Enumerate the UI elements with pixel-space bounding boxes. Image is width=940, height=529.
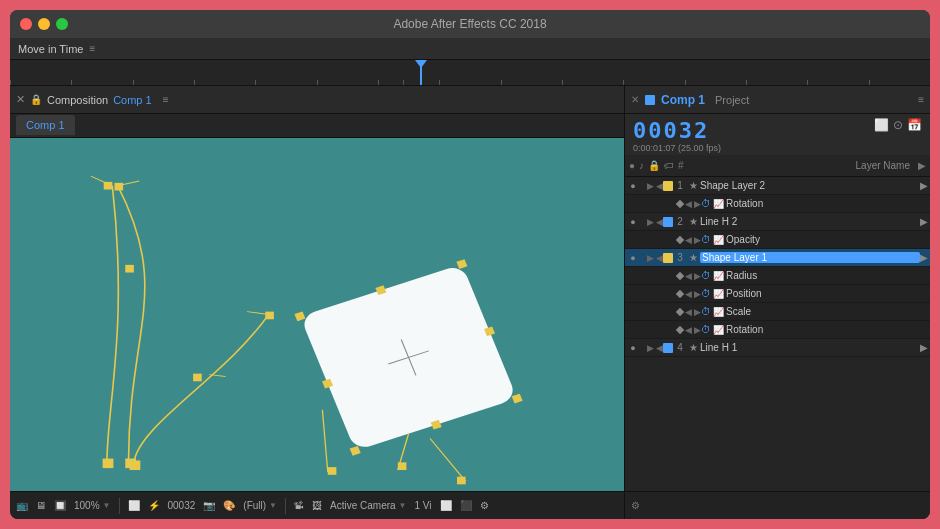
layer-row[interactable]: ● ▶ ◀ 4 ★ Line H 1 ▶ xyxy=(625,339,930,357)
svg-rect-22 xyxy=(328,467,337,475)
layer-row[interactable]: ● ▶ ◀ 1 ★ Shape Layer 2 ▶ xyxy=(625,177,930,195)
tab-project[interactable]: Project xyxy=(715,94,749,106)
chevron-icon[interactable]: ▶ xyxy=(647,217,654,227)
eye-icon[interactable]: ● xyxy=(627,342,639,354)
layer-row[interactable]: ◀ ▶ ⏱ 📈 Radius xyxy=(625,267,930,285)
bottom-icon-4: ⬛ xyxy=(460,500,472,511)
keyframe-diamond xyxy=(676,289,684,297)
layer-property-name: Opacity xyxy=(726,234,928,245)
timeline-menu-icon[interactable]: ≡ xyxy=(89,43,95,54)
layer-icons: ● ▶ ◀ xyxy=(627,180,663,192)
ctrl-audio: ♪ xyxy=(639,160,644,171)
layer-keyframe-group: ◀ ▶ xyxy=(645,271,701,281)
timecode-value[interactable]: 00032 xyxy=(633,118,874,143)
timeline-label-bar: Move in Time ≡ xyxy=(10,38,930,60)
chevron-left: ◀ xyxy=(685,235,692,245)
layer-right-icon: ▶ xyxy=(920,342,928,353)
layers-close[interactable]: ✕ xyxy=(631,94,639,105)
layer-name[interactable]: Shape Layer 2 xyxy=(700,180,920,191)
tab-comp1[interactable]: Comp 1 xyxy=(661,93,705,107)
layer-name[interactable]: Shape Layer 1 xyxy=(700,252,920,263)
minimize-button[interactable] xyxy=(38,18,50,30)
canvas-svg xyxy=(10,138,624,491)
layer-property-name: Rotation xyxy=(726,198,928,209)
canvas-area[interactable] xyxy=(10,138,624,491)
layer-row[interactable]: ◀ ▶ ⏱ 📈 Rotation xyxy=(625,195,930,213)
camera-control[interactable]: Active Camera ▼ xyxy=(330,500,407,511)
view-icon-2: 🖼 xyxy=(312,500,322,511)
col-right-icon: ▶ xyxy=(918,160,926,171)
ctrl-tag: 🏷 xyxy=(664,160,674,171)
layer-right-icon: ▶ xyxy=(920,180,928,191)
layer-icons: ● ▶ ◀ xyxy=(627,342,663,354)
layers-list[interactable]: ● ▶ ◀ 1 ★ Shape Layer 2 ▶ ◀ ▶ ⏱ 📈 Rotati… xyxy=(625,177,930,491)
layer-row[interactable]: ◀ ▶ ⏱ 📈 Rotation xyxy=(625,321,930,339)
comp-menu-icon[interactable]: ≡ xyxy=(163,94,169,105)
bottom-bar: 📺 🖥 🔲 100% ▼ ⬜ ⚡ 00032 📷 🎨 (Full) ▼ � xyxy=(10,491,624,519)
chevron-left: ◀ xyxy=(685,325,692,335)
divider-1 xyxy=(119,498,120,514)
layer-number: 2 xyxy=(673,216,687,227)
maximize-button[interactable] xyxy=(56,18,68,30)
layer-icons: ● ▶ ◀ xyxy=(627,252,663,264)
star-icon: ★ xyxy=(689,342,698,353)
chevron-left: ◀ xyxy=(685,271,692,281)
viewer-icon-5: ⚡ xyxy=(148,500,160,511)
chevron-icon[interactable]: ▶ xyxy=(647,181,654,191)
svg-rect-2 xyxy=(114,183,123,191)
viewer-icon-1: 📺 xyxy=(16,500,28,511)
chevron-icon2[interactable]: ◀ xyxy=(656,181,663,191)
chevron-right: ▶ xyxy=(694,235,701,245)
chevron-icon2[interactable]: ◀ xyxy=(656,343,663,353)
zoom-control[interactable]: 100% ▼ xyxy=(74,500,111,511)
layers-menu-icon[interactable]: ≡ xyxy=(918,94,924,105)
comp-settings-icon[interactable]: ⬜ xyxy=(874,118,889,132)
ctrl-eye: ● xyxy=(629,160,635,171)
svg-rect-3 xyxy=(125,265,134,273)
keyframe-diamond xyxy=(676,325,684,333)
timeline-ruler[interactable]: Move in Time ≡ 0510152025303235404550556… xyxy=(10,38,930,86)
ruler[interactable]: 051015202530323540455055606570 xyxy=(10,60,930,86)
layer-row[interactable]: ◀ ▶ ⏱ 📈 Opacity xyxy=(625,231,930,249)
layer-right-icon: ▶ xyxy=(920,216,928,227)
quality-control[interactable]: (Full) ▼ xyxy=(243,500,277,511)
panel-close[interactable]: ✕ xyxy=(16,93,25,106)
layer-row[interactable]: ● ▶ ◀ 3 ★ Shape Layer 1 ▶ xyxy=(625,249,930,267)
view-icon: 📽 xyxy=(294,500,304,511)
viewer-icon-4: ⬜ xyxy=(128,500,140,511)
quality-value: (Full) xyxy=(243,500,266,511)
svg-line-25 xyxy=(322,410,327,472)
chevron-left: ◀ xyxy=(685,289,692,299)
svg-rect-14 xyxy=(350,446,361,456)
keyframe-diamond xyxy=(676,307,684,315)
bottom-icon-5: ⚙ xyxy=(480,500,489,511)
comp-tab[interactable]: Comp 1 xyxy=(16,115,75,137)
layer-row[interactable]: ◀ ▶ ⏱ 📈 Scale xyxy=(625,303,930,321)
chevron-right: ▶ xyxy=(694,271,701,281)
layer-col-header: Layer Name xyxy=(688,160,914,171)
layer-keyframe-group: ◀ ▶ xyxy=(645,235,701,245)
layer-property-name: Position xyxy=(726,288,928,299)
active-camera-label: Active Camera xyxy=(330,500,396,511)
timecode-sub: 0:00:01:07 (25.00 fps) xyxy=(633,143,874,153)
layer-row[interactable]: ● ▶ ◀ 2 ★ Line H 2 ▶ xyxy=(625,213,930,231)
chevron-icon2[interactable]: ◀ xyxy=(656,217,663,227)
layer-keyframe-group: ◀ ▶ xyxy=(645,325,701,335)
layer-name[interactable]: Line H 2 xyxy=(700,216,920,227)
layer-row[interactable]: ◀ ▶ ⏱ 📈 Position xyxy=(625,285,930,303)
chart-icon: 📈 xyxy=(713,307,724,317)
chevron-icon[interactable]: ▶ xyxy=(647,343,654,353)
camera-dropdown: ▼ xyxy=(399,501,407,510)
star-icon: ★ xyxy=(689,180,698,191)
playhead[interactable] xyxy=(420,60,422,86)
chevron-icon[interactable]: ▶ xyxy=(647,253,654,263)
comp-settings-icon2[interactable]: ⊙ xyxy=(893,118,903,132)
eye-icon[interactable]: ● xyxy=(627,252,639,264)
close-button[interactable] xyxy=(20,18,32,30)
eye-icon[interactable]: ● xyxy=(627,216,639,228)
eye-icon[interactable]: ● xyxy=(627,180,639,192)
comp-settings-icon3[interactable]: 📅 xyxy=(907,118,922,132)
layer-name[interactable]: Line H 1 xyxy=(700,342,920,353)
chevron-icon2[interactable]: ◀ xyxy=(656,253,663,263)
svg-rect-5 xyxy=(265,312,274,320)
